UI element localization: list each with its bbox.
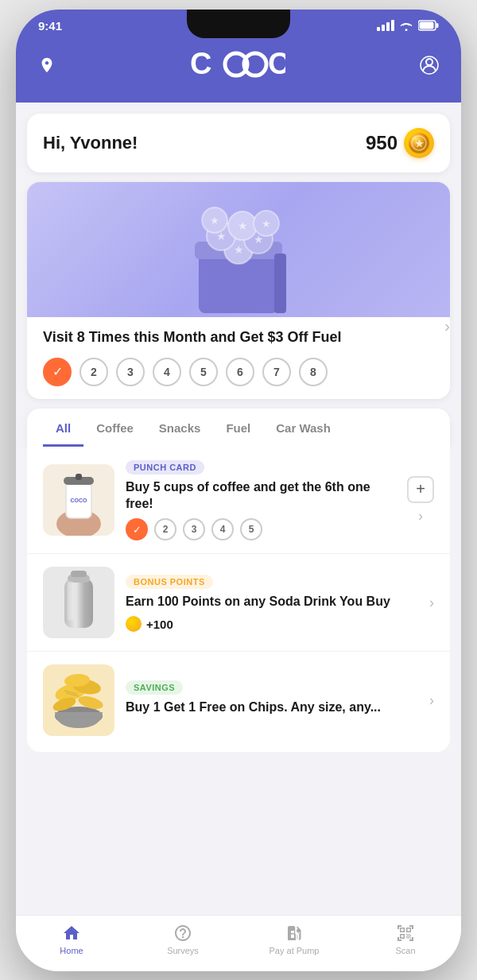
nav-label-scan: Scan bbox=[395, 946, 415, 955]
deal-title-soda: Earn 100 Points on any Soda Drink You Bu… bbox=[126, 594, 418, 610]
signal-icon bbox=[377, 20, 394, 31]
svg-text:★: ★ bbox=[234, 243, 244, 256]
app-logo: C O bbox=[190, 47, 285, 88]
promo-progress-dots: ✓ 2 3 4 5 6 7 8 bbox=[43, 358, 434, 386]
deal-image-coffee: COCO bbox=[43, 464, 114, 536]
points-value-soda: +100 bbox=[146, 618, 173, 631]
battery-icon bbox=[418, 20, 439, 31]
progress-dot-5: 5 bbox=[189, 358, 218, 386]
tab-snacks[interactable]: Snacks bbox=[146, 409, 214, 447]
points-coin-icon bbox=[126, 616, 142, 632]
svg-text:★: ★ bbox=[238, 219, 248, 232]
progress-dot-7: 7 bbox=[262, 358, 291, 386]
svg-text:★: ★ bbox=[262, 218, 271, 230]
svg-rect-36 bbox=[68, 581, 74, 621]
svg-rect-1 bbox=[436, 23, 439, 28]
progress-dot-1: ✓ bbox=[43, 358, 72, 386]
promo-text: Visit 8 Times this Month and Get $3 Off … bbox=[27, 317, 450, 399]
arrow-button-soda[interactable]: › bbox=[429, 595, 434, 611]
arrow-button-chips[interactable]: › bbox=[429, 692, 434, 709]
tab-fuel[interactable]: Fuel bbox=[213, 409, 263, 447]
svg-text:O: O bbox=[268, 47, 285, 80]
svg-text:★: ★ bbox=[210, 215, 219, 227]
promo-banner[interactable]: ★ ★ ★ ★ ★ ★ Visit 8 Times this Month and… bbox=[27, 182, 450, 399]
deal-item-chips[interactable]: SAVINGS Buy 1 Get 1 Free on Chips. Any s… bbox=[27, 652, 450, 749]
scan-icon bbox=[396, 924, 415, 943]
profile-icon[interactable] bbox=[420, 56, 439, 79]
bottom-nav: Home Surveys Pay at Pump Scan bbox=[16, 915, 461, 971]
points-display: 950 ★ bbox=[366, 128, 434, 158]
status-icons bbox=[377, 20, 439, 31]
nav-item-surveys[interactable]: Surveys bbox=[155, 924, 211, 955]
deal-item-coffee[interactable]: COCO PUNCH CARD Buy 5 cups of coffee and… bbox=[27, 447, 450, 555]
promo-image: ★ ★ ★ ★ ★ ★ bbox=[27, 182, 450, 317]
greeting-card: Hi, Yvonne! 950 ★ bbox=[27, 114, 450, 172]
svg-text:★: ★ bbox=[415, 138, 424, 149]
greeting-text: Hi, Yvonne! bbox=[43, 133, 138, 153]
progress-num-5: 5 bbox=[240, 518, 262, 540]
deal-progress-coffee: ✓ 2 3 4 5 bbox=[126, 518, 396, 540]
deal-image-chips bbox=[43, 664, 114, 736]
deal-badge-chips: SAVINGS bbox=[126, 680, 183, 695]
deal-actions-coffee: + › bbox=[407, 476, 434, 525]
svg-rect-31 bbox=[76, 474, 82, 480]
coin-icon: ★ bbox=[404, 128, 434, 158]
time-display: 9:41 bbox=[38, 19, 62, 33]
promo-title: Visit 8 Times this Month and Get $3 Off … bbox=[43, 328, 434, 347]
nav-label-pump: Pay at Pump bbox=[270, 946, 320, 955]
progress-dot-8: 8 bbox=[299, 358, 328, 386]
deal-item-soda[interactable]: BONUS POINTS Earn 100 Points on any Soda… bbox=[27, 554, 450, 652]
points-value: 950 bbox=[366, 132, 398, 154]
category-tabs: All Coffee Snacks Fuel Car Wash bbox=[27, 409, 450, 447]
deal-info-chips: SAVINGS Buy 1 Get 1 Free on Chips. Any s… bbox=[126, 680, 418, 722]
pump-icon bbox=[285, 924, 304, 943]
nav-item-home[interactable]: Home bbox=[44, 924, 99, 955]
nav-label-home: Home bbox=[60, 946, 83, 955]
svg-rect-2 bbox=[420, 22, 434, 29]
progress-check-1: ✓ bbox=[126, 518, 148, 540]
progress-dot-4: 4 bbox=[153, 358, 181, 386]
deal-info-coffee: PUNCH CARD Buy 5 cups of coffee and get … bbox=[126, 459, 396, 541]
deals-list: COCO PUNCH CARD Buy 5 cups of coffee and… bbox=[27, 447, 450, 753]
arrow-button-coffee[interactable]: › bbox=[418, 508, 423, 525]
deal-actions-soda: › bbox=[429, 595, 434, 611]
deal-badge-soda: BONUS POINTS bbox=[126, 575, 213, 589]
progress-dot-6: 6 bbox=[226, 358, 254, 386]
nav-item-scan[interactable]: Scan bbox=[378, 924, 433, 955]
progress-num-4: 4 bbox=[211, 518, 234, 540]
svg-rect-14 bbox=[274, 254, 286, 313]
deal-title-chips: Buy 1 Get 1 Free on Chips. Any size, any… bbox=[126, 699, 418, 716]
svg-text:C: C bbox=[190, 47, 213, 80]
deal-actions-chips: › bbox=[429, 692, 434, 709]
tab-carwash[interactable]: Car Wash bbox=[263, 409, 343, 447]
progress-num-3: 3 bbox=[183, 518, 205, 540]
deal-image-soda bbox=[43, 567, 114, 638]
promo-arrow[interactable]: › bbox=[444, 317, 450, 335]
location-icon[interactable] bbox=[38, 56, 56, 79]
surveys-icon bbox=[173, 924, 192, 943]
nav-item-pump[interactable]: Pay at Pump bbox=[266, 924, 322, 955]
main-content: Hi, Yvonne! 950 ★ bbox=[16, 103, 461, 915]
deal-title-coffee: Buy 5 cups of coffee and get the 6th one… bbox=[126, 479, 396, 513]
app-header: C O bbox=[16, 39, 461, 103]
wifi-icon bbox=[399, 20, 413, 31]
progress-dot-3: 3 bbox=[116, 358, 145, 386]
tab-all[interactable]: All bbox=[43, 409, 83, 447]
home-icon bbox=[62, 924, 81, 943]
svg-text:COCO: COCO bbox=[71, 498, 88, 503]
deal-points-soda: +100 bbox=[126, 616, 418, 632]
svg-point-7 bbox=[426, 59, 432, 65]
phone-frame: 9:41 bbox=[16, 10, 461, 971]
progress-num-2: 2 bbox=[154, 518, 176, 540]
progress-dot-2: 2 bbox=[80, 358, 108, 386]
svg-rect-35 bbox=[71, 571, 87, 577]
tab-coffee[interactable]: Coffee bbox=[83, 409, 146, 447]
deal-info-soda: BONUS POINTS Earn 100 Points on any Soda… bbox=[126, 574, 418, 633]
notch bbox=[187, 10, 290, 38]
nav-label-surveys: Surveys bbox=[167, 946, 199, 955]
add-button-coffee[interactable]: + bbox=[407, 476, 434, 503]
deal-badge-coffee: PUNCH CARD bbox=[126, 460, 204, 475]
